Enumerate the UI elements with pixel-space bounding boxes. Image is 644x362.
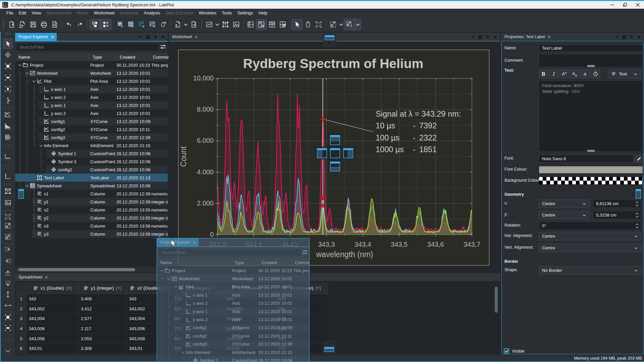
- tree-row-plot[interactable]: Plot Plot Area 13.12.2020 10:01: [15, 77, 168, 85]
- drop-center-tab-indicator[interactable]: [330, 148, 340, 158]
- menu-worksheet[interactable]: Worksheet: [91, 9, 117, 17]
- zoom-area-x-button[interactable]: [4, 324, 12, 332]
- add-text-label-button[interactable]: [4, 187, 12, 195]
- tree-row-config2[interactable]: config2 XYCurve 13.12.2020 10:11: [15, 125, 168, 133]
- zoom-fit-button[interactable]: [328, 19, 338, 30]
- border-shape-dropdown[interactable]: No Border: [539, 266, 641, 275]
- zoom-preset-chevron-icon[interactable]: [355, 19, 361, 30]
- visible-checkbox-row[interactable]: Visible: [504, 348, 525, 354]
- menu-view[interactable]: View: [29, 9, 44, 17]
- zoom-origin-button[interactable]: [4, 233, 12, 241]
- zoom-in-button[interactable]: [4, 213, 12, 221]
- explorer-horizontal-scrollbar[interactable]: [18, 268, 135, 271]
- rotation-spinbox[interactable]: 0°: [539, 222, 641, 230]
- tree-row-x2[interactable]: x2 Column 20.12.2020 13:55 numerical: [15, 206, 168, 214]
- zoom-out-button[interactable]: [4, 222, 12, 230]
- open-project-button[interactable]: [17, 19, 28, 30]
- tree-row-y-axis-2[interactable]: y axis 2 Axis 13.12.2020 10:01: [15, 109, 168, 117]
- spreadsheet-cell[interactable]: 3.412: [78, 304, 127, 314]
- import-dropdown-chevron-icon[interactable]: [183, 19, 189, 30]
- add-text-label-button[interactable]: [220, 19, 231, 30]
- toolbar-extension-button[interactable]: [4, 347, 12, 355]
- add-image-button[interactable]: [231, 19, 241, 30]
- new-project-button[interactable]: [6, 19, 17, 30]
- y-position-dropdown[interactable]: Centre: [539, 211, 590, 219]
- spreadsheet-vertical-scrollbar[interactable]: [495, 287, 498, 313]
- drop-split-right-indicator[interactable]: [343, 148, 353, 158]
- tree-row-x-axis-1[interactable]: x axis 1 Axis 13.12.2020 10:01: [15, 85, 168, 93]
- horizontal-layout-button[interactable]: [256, 19, 267, 30]
- minimize-button[interactable]: [606, 1, 619, 9]
- visible-checkbox[interactable]: [504, 348, 509, 354]
- y-position-spinbox[interactable]: 5,3238 cm: [593, 211, 641, 219]
- drop-area-top-indicator[interactable]: [323, 34, 336, 47]
- cursor-tool-button[interactable]: [4, 96, 12, 104]
- tab-close-icon[interactable]: ✕: [51, 35, 54, 40]
- close-button[interactable]: [631, 1, 644, 9]
- shift-up-button[interactable]: [4, 268, 12, 277]
- menu-file[interactable]: File: [4, 9, 16, 17]
- add-histogram-button[interactable]: [4, 122, 12, 130]
- zoom-select-tool-button[interactable]: [313, 19, 324, 30]
- font-colour-button[interactable]: [539, 166, 643, 174]
- dock-menu-icon[interactable]: [471, 35, 475, 39]
- name-input[interactable]: Text Label: [539, 45, 643, 52]
- import-button[interactable]: [172, 19, 183, 30]
- x-position-dropdown[interactable]: Centre: [539, 199, 590, 208]
- menu-settings[interactable]: Settings: [235, 9, 256, 17]
- spreadsheet-column-header[interactable]: x1 {Double}[X]: [26, 283, 78, 294]
- drop-split-bottom-indicator[interactable]: [330, 162, 340, 172]
- vertical-layout-button[interactable]: [245, 19, 256, 30]
- tree-row-config2[interactable]: config2 CustomPoint 28.12.2020 10:06: [15, 166, 168, 174]
- row-header[interactable]: 4: [16, 324, 26, 334]
- explorer-column-header-created[interactable]: Created: [116, 53, 150, 61]
- x-position-spinbox[interactable]: 8,61136 cm: [593, 199, 641, 208]
- subscript-button[interactable]: AB: [570, 69, 579, 78]
- tree-row-worksheet[interactable]: Worksheet Worksheet 13.12.2020 10:01: [15, 69, 168, 77]
- new-matrix-button[interactable]: [137, 19, 147, 30]
- tree-row-project[interactable]: Project Project 30.11.2020 15:23 This pr…: [15, 61, 168, 69]
- tree-row-config3[interactable]: config3 XYCurve 20.12.2020 12:39: [15, 133, 168, 141]
- toggle-properties-explorer-button[interactable]: [101, 19, 111, 30]
- dock-pin-icon[interactable]: [630, 35, 634, 39]
- row-header[interactable]: 6: [16, 344, 26, 354]
- spreadsheet-corner-header[interactable]: [16, 283, 26, 294]
- tab-project-explorer[interactable]: Project Explorer ✕: [15, 33, 57, 41]
- new-workbook-button[interactable]: [115, 19, 126, 30]
- menu-matrix[interactable]: Matrix: [74, 9, 91, 17]
- text-mode-dropdown[interactable]: Text: [608, 69, 641, 78]
- drop-area-right-indicator[interactable]: [630, 187, 643, 200]
- drop-area-bottom-indicator[interactable]: [323, 341, 336, 354]
- menu-analysis[interactable]: Analysis: [141, 9, 163, 17]
- dock-float-icon[interactable]: [622, 35, 627, 39]
- dragged-project-explorer-ghost[interactable]: Project Explorer ✕ Search/Filter NameTyp…: [157, 238, 310, 362]
- dock-menu-icon[interactable]: [139, 35, 143, 39]
- symbols-button[interactable]: π: [580, 69, 590, 78]
- drop-split-left-indicator[interactable]: [317, 148, 327, 158]
- toggle-project-explorer-button[interactable]: [90, 19, 101, 30]
- dock-close-icon[interactable]: [637, 35, 641, 39]
- tree-row-symbol-1[interactable]: Symbol 1 CustomPoint 28.12.2020 10:06: [15, 149, 168, 158]
- bold-button[interactable]: B: [539, 69, 548, 78]
- dock-pin-icon[interactable]: [153, 35, 158, 39]
- scale-auto-y-button[interactable]: [4, 290, 12, 298]
- zoom-fit-chevron-icon[interactable]: [338, 19, 344, 30]
- resize-grip[interactable]: [587, 65, 595, 67]
- expander-icon[interactable]: [25, 71, 29, 75]
- navigate-tool-button[interactable]: [303, 19, 313, 30]
- spreadsheet-column-header[interactable]: y1 {Integer}[Y]: [78, 283, 127, 294]
- font-input[interactable]: Noto Sans 8: [539, 155, 634, 163]
- dock-float-icon[interactable]: [478, 35, 483, 39]
- toolbar-handle[interactable]: [5, 33, 11, 35]
- expander-icon[interactable]: [39, 143, 43, 148]
- background-colour-button[interactable]: [539, 177, 643, 185]
- tab-close-icon[interactable]: ✕: [547, 35, 551, 40]
- spreadsheet-cell[interactable]: 2.117: [78, 324, 127, 334]
- tree-row-y3[interactable]: y3 Column 20.12.2020 13:56 integer da: [15, 230, 168, 238]
- select-tool-button[interactable]: [292, 19, 303, 30]
- zoom-preset-split-button[interactable]: 1: [344, 19, 361, 30]
- scale-auto-x-button[interactable]: [4, 301, 12, 309]
- spreadsheet-cell[interactable]: 3.053: [78, 334, 127, 344]
- row-header[interactable]: 5: [16, 334, 26, 344]
- drop-split-top-indicator[interactable]: [330, 135, 340, 145]
